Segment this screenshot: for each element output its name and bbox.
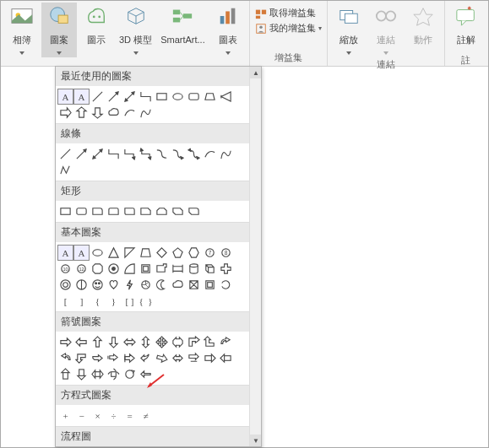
b-6[interactable] — [138, 245, 154, 261]
rect-3[interactable] — [90, 203, 106, 219]
comment-button[interactable]: 註解 — [448, 3, 484, 53]
b-9[interactable] — [186, 245, 202, 261]
a-18[interactable] — [154, 350, 170, 366]
chart-button[interactable]: 圖表 — [210, 3, 246, 57]
b-26[interactable] — [106, 277, 122, 293]
shape-rrect[interactable] — [186, 89, 202, 105]
shape-rect[interactable] — [154, 89, 170, 105]
a-17[interactable] — [138, 350, 154, 366]
b-36[interactable]: { — [90, 293, 106, 309]
b-7[interactable] — [154, 245, 170, 261]
shape-arrow-d[interactable] — [90, 105, 106, 121]
b-39[interactable]: { } — [138, 293, 154, 309]
b-33[interactable] — [218, 277, 234, 293]
a-3[interactable] — [90, 334, 106, 350]
a-24[interactable] — [73, 366, 90, 382]
b-31[interactable] — [186, 277, 202, 293]
b-30[interactable] — [170, 277, 186, 293]
line-4[interactable] — [106, 146, 122, 162]
eq-div[interactable]: ÷ — [106, 408, 122, 424]
a-4[interactable] — [106, 334, 122, 350]
zoom-button[interactable]: 縮放 — [331, 3, 367, 57]
b-29[interactable] — [154, 277, 170, 293]
b-14[interactable] — [90, 261, 106, 277]
shape-freeform[interactable] — [138, 105, 154, 121]
smartart-button[interactable]: SmartArt... — [157, 3, 209, 53]
b-15[interactable] — [106, 261, 122, 277]
scroll-down-icon[interactable]: ▼ — [250, 435, 262, 446]
shape-line-double[interactable] — [122, 89, 138, 105]
my-addins-button[interactable]: 我的增益集 ▾ — [253, 21, 323, 35]
b-12[interactable]: 10 — [57, 261, 73, 277]
shapes-button[interactable]: 圖案 — [41, 3, 77, 57]
a-28[interactable] — [138, 366, 154, 382]
get-addins-button[interactable]: 取得增益集 — [253, 6, 323, 20]
b-21[interactable] — [202, 261, 218, 277]
b-1[interactable]: A — [57, 245, 73, 261]
a-14[interactable] — [90, 350, 106, 366]
line-11[interactable] — [218, 146, 234, 162]
shape-textbox[interactable]: A — [57, 89, 73, 105]
b-22[interactable] — [218, 261, 234, 277]
b-35[interactable]: ] — [73, 293, 90, 309]
models3d-button[interactable]: 3D 模型 — [116, 3, 155, 57]
b-10[interactable]: 7 — [202, 245, 218, 261]
a-25[interactable] — [90, 366, 106, 382]
b-34[interactable]: [ — [57, 293, 73, 309]
shape-cloud[interactable] — [106, 105, 122, 121]
b-8[interactable] — [170, 245, 186, 261]
a-11[interactable] — [218, 334, 234, 350]
a-2[interactable] — [73, 334, 90, 350]
b-16[interactable] — [122, 261, 138, 277]
shape-arrow-l[interactable] — [218, 89, 234, 105]
scroll-up-icon[interactable]: ▲ — [250, 67, 262, 78]
eq-eq[interactable]: = — [122, 408, 138, 424]
line-3[interactable] — [90, 146, 106, 162]
rect-1[interactable] — [57, 203, 73, 219]
b-18[interactable] — [154, 261, 170, 277]
rect-4[interactable] — [106, 203, 122, 219]
b-3[interactable] — [90, 245, 106, 261]
rect-2[interactable] — [73, 203, 90, 219]
b-25[interactable] — [90, 277, 106, 293]
shape-line[interactable] — [90, 89, 106, 105]
b-24[interactable] — [73, 277, 90, 293]
eq-minus[interactable]: − — [73, 408, 90, 424]
eq-neq[interactable]: ≠ — [138, 408, 154, 424]
link-button[interactable]: 連結 — [368, 3, 404, 57]
a-13[interactable] — [73, 350, 90, 366]
b-5[interactable] — [122, 245, 138, 261]
line-9[interactable] — [186, 146, 202, 162]
rect-8[interactable] — [170, 203, 186, 219]
photo-album-button[interactable]: 相簿 — [4, 3, 40, 57]
b-38[interactable]: [ ] — [122, 293, 138, 309]
b-13[interactable]: 12 — [73, 261, 90, 277]
b-4[interactable] — [106, 245, 122, 261]
shape-arrow-r[interactable] — [57, 105, 73, 121]
a-8[interactable] — [170, 334, 186, 350]
a-10[interactable] — [202, 334, 218, 350]
line-12[interactable] — [57, 162, 73, 178]
shape-line-arrow[interactable] — [106, 89, 122, 105]
shape-trap[interactable] — [202, 89, 218, 105]
a-12[interactable] — [57, 350, 73, 366]
eq-plus[interactable]: + — [57, 408, 73, 424]
rect-6[interactable] — [138, 203, 154, 219]
a-19[interactable] — [170, 350, 186, 366]
a-20[interactable] — [186, 350, 202, 366]
b-27[interactable] — [122, 277, 138, 293]
rect-5[interactable] — [122, 203, 138, 219]
b-32[interactable] — [202, 277, 218, 293]
rect-9[interactable] — [186, 203, 202, 219]
shape-oval[interactable] — [170, 89, 186, 105]
a-16[interactable] — [122, 350, 138, 366]
b-17[interactable] — [138, 261, 154, 277]
a-23[interactable] — [57, 366, 73, 382]
b-19[interactable] — [170, 261, 186, 277]
b-2[interactable]: A — [73, 245, 90, 261]
line-1[interactable] — [57, 146, 73, 162]
b-28[interactable] — [138, 277, 154, 293]
line-5[interactable] — [122, 146, 138, 162]
icons-button[interactable]: 圖示 — [79, 3, 114, 53]
action-button[interactable]: 動作 — [405, 3, 441, 53]
